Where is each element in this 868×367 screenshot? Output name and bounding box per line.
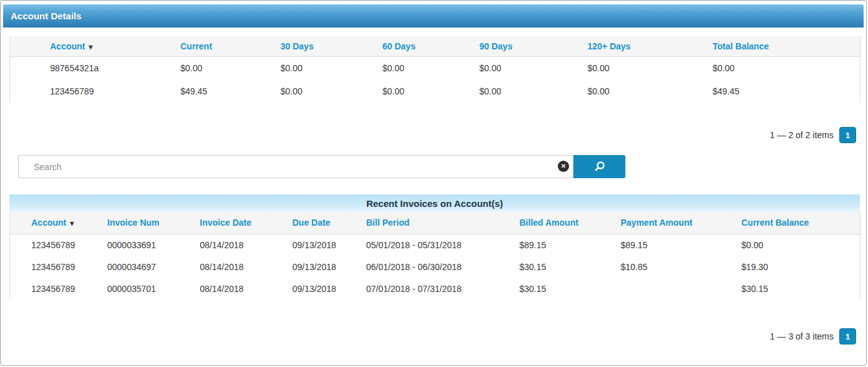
cell-payment-amount	[615, 278, 735, 299]
cell-invoice-date: 08/14/2018	[194, 278, 286, 299]
column-header-90-days[interactable]: 90 Days	[473, 36, 582, 56]
cell-due-date: 09/13/2018	[286, 256, 360, 278]
cell-60-days: $0.00	[376, 56, 473, 79]
column-header-invoice-num[interactable]: Invoice Num	[101, 212, 194, 234]
invoices-header-row: Account▾ Invoice Num Invoice Date Due Da…	[10, 212, 860, 234]
cell-120-days: $0.00	[582, 56, 707, 79]
table-row[interactable]: 123456789 0000034697 08/14/2018 09/13/20…	[10, 256, 860, 278]
cell-billed-amount: $30.15	[513, 256, 615, 278]
page-title: Account Details	[11, 11, 81, 21]
column-header-current-balance[interactable]: Current Balance	[735, 212, 860, 234]
cell-current: $49.45	[174, 79, 275, 103]
column-header-account[interactable]: Account▾	[10, 212, 101, 234]
cell-invoice-date: 08/14/2018	[194, 256, 286, 278]
cell-billed-amount: $89.15	[513, 234, 615, 256]
cell-30-days: $0.00	[275, 56, 376, 79]
cell-bill-period: 05/01/2018 - 05/31/2018	[360, 234, 513, 256]
panel-title-bar: Account Details	[3, 4, 864, 28]
cell-90-days: $0.00	[473, 56, 582, 79]
cell-billed-amount: $30.15	[513, 278, 615, 299]
pager-summary: 1 — 3 of 3 items	[770, 331, 834, 341]
search-box: ✕	[18, 155, 573, 178]
cell-current-balance: $30.15	[735, 278, 860, 299]
column-header-current[interactable]: Current	[174, 36, 275, 56]
table-row[interactable]: 123456789 0000035701 08/14/2018 09/13/20…	[10, 278, 860, 299]
cell-invoice-date: 08/14/2018	[194, 234, 286, 256]
column-header-60-days[interactable]: 60 Days	[376, 36, 473, 56]
column-header-bill-period[interactable]: Bill Period	[360, 212, 513, 234]
page-1-button[interactable]: 1	[839, 127, 856, 143]
cell-account: 123456789	[10, 256, 101, 278]
column-header-30-days[interactable]: 30 Days	[275, 36, 376, 56]
invoices-section-header: Recent Invoices on Account(s)	[9, 194, 860, 212]
cell-due-date: 09/13/2018	[286, 234, 360, 256]
cell-current: $0.00	[174, 56, 275, 79]
column-header-total-balance[interactable]: Total Balance	[707, 36, 860, 56]
cell-invoice-num: 0000034697	[101, 256, 194, 278]
cell-30-days: $0.00	[275, 79, 376, 103]
table-row[interactable]: 123456789 $49.45 $0.00 $0.00 $0.00 $0.00…	[10, 79, 860, 103]
cell-account: 987654321a	[10, 56, 174, 79]
table-row[interactable]: 987654321a $0.00 $0.00 $0.00 $0.00 $0.00…	[10, 56, 860, 79]
invoices-pager: 1 — 3 of 3 items 1	[770, 328, 856, 344]
cell-payment-amount: $89.15	[615, 234, 735, 256]
account-details-panel: Account Details Account▾ Current 30 Days…	[0, 0, 867, 366]
page-1-button[interactable]: 1	[839, 328, 856, 344]
table-row[interactable]: 123456789 0000033691 08/14/2018 09/13/20…	[10, 234, 860, 256]
accounts-pager: 1 — 2 of 2 items 1	[770, 127, 856, 143]
column-header-account[interactable]: Account▾	[10, 36, 174, 56]
search-bar: ✕	[18, 155, 625, 178]
search-input[interactable]	[18, 155, 573, 178]
cell-account: 123456789	[10, 234, 101, 256]
column-header-120-days[interactable]: 120+ Days	[582, 36, 707, 56]
cell-90-days: $0.00	[473, 79, 582, 103]
cell-due-date: 09/13/2018	[286, 278, 360, 299]
cell-account: 123456789	[10, 278, 101, 299]
cell-invoice-num: 0000033691	[101, 234, 194, 256]
pager-summary: 1 — 2 of 2 items	[770, 130, 834, 140]
cell-account: 123456789	[10, 79, 174, 103]
cell-current-balance: $0.00	[735, 234, 860, 256]
search-icon	[593, 160, 607, 174]
column-header-due-date[interactable]: Due Date	[286, 212, 360, 234]
cell-payment-amount: $10.85	[615, 256, 735, 278]
cell-current-balance: $19.30	[735, 256, 860, 278]
cell-total-balance: $49.45	[707, 79, 860, 103]
column-header-invoice-date[interactable]: Invoice Date	[194, 212, 286, 234]
accounts-header-row: Account▾ Current 30 Days 60 Days 90 Days…	[10, 36, 860, 56]
accounts-table: Account▾ Current 30 Days 60 Days 90 Days…	[9, 36, 860, 103]
cell-bill-period: 07/01/2018 - 07/31/2018	[360, 278, 513, 299]
column-header-payment-amount[interactable]: Payment Amount	[615, 212, 735, 234]
cell-bill-period: 06/01/2018 - 06/30/2018	[360, 256, 513, 278]
clear-search-icon[interactable]: ✕	[558, 161, 569, 172]
cell-120-days: $0.00	[582, 79, 707, 103]
invoices-table: Account▾ Invoice Num Invoice Date Due Da…	[9, 212, 860, 300]
cell-total-balance: $0.00	[707, 56, 860, 79]
sort-desc-icon: ▾	[70, 219, 74, 228]
cell-invoice-num: 0000035701	[101, 278, 194, 299]
cell-60-days: $0.00	[376, 79, 473, 103]
column-header-billed-amount[interactable]: Billed Amount	[513, 212, 615, 234]
search-button[interactable]	[573, 155, 625, 178]
invoices-section-title: Recent Invoices on Account(s)	[366, 198, 503, 209]
sort-desc-icon: ▾	[89, 43, 93, 51]
